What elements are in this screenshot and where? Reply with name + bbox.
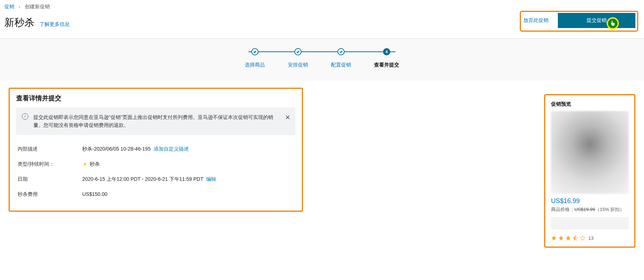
page-title: 新秒杀 [4,16,34,29]
abandon-button[interactable]: 放弃此促销 [521,14,551,27]
lightning-icon: ⚡ [82,162,88,167]
step-label: 查看并提交 [374,62,399,68]
top-actions: 放弃此促销 提交促销 [521,13,635,28]
product-image [551,111,629,194]
breadcrumb-root[interactable]: 促销 [4,4,14,10]
label: 秒杀费用 [18,191,82,198]
row-internal-desc: 内部描述 秒杀-2020/06/05 10-28-46-195添加自定义描述 [16,142,295,157]
preview-heading: 促销预览 [551,101,629,107]
info-banner: i 提交此促销即表示您同意在亚马逊"促销"页面上推出促销时支付所列费用。亚马逊不… [16,107,295,135]
add-description-link[interactable]: 添加自定义描述 [154,146,189,152]
discount: （15% 折扣） [595,207,625,212]
edit-date-link[interactable]: 编辑 [206,176,216,182]
preview-panel: 促销预览 US$16.99 商品价格：US$19.99（15% 折扣） 13 [544,94,635,248]
row-date: 日期 2020-6-15 上午12:00 PDT - 2020-6-21 下午1… [16,172,295,187]
list-price-line: 商品价格：US$19.99（15% 折扣） [551,206,629,213]
deal-price: US$16.99 [551,197,629,205]
step-label: 选择商品 [245,62,265,68]
check-icon [294,48,302,55]
step-line [248,51,396,52]
step-label: 配置促销 [331,62,351,68]
check-icon [251,48,258,55]
label: 日期 [18,176,82,183]
step-select-products[interactable]: 选择商品 [245,48,265,68]
step-schedule[interactable]: 安排促销 [288,48,308,68]
list-price: US$19.99 [574,207,595,212]
breadcrumb-current: 创建新促销 [25,4,50,10]
check-icon [337,48,345,55]
row-fee: 秒杀费用 US$150.00 [16,187,295,202]
star-empty-icon [580,235,585,241]
banner-text: 提交此促销即表示您同意在亚马逊"促销"页面上推出促销时支付所列费用。亚马逊不保证… [33,114,273,128]
value: 2020-6-15 上午12:00 PDT - 2020-6-21 下午11:5… [82,176,203,182]
step-configure[interactable]: 配置促销 [331,48,351,68]
step-indicator: 选择商品 安排促销 配置促销 4 查看并提交 [0,38,644,81]
star-icon [558,235,564,241]
placeholder [551,217,629,229]
chevron-right-icon: › [19,4,20,10]
close-icon[interactable]: ✕ [285,113,290,123]
star-half-icon [573,235,578,241]
step-number-icon: 4 [383,48,390,55]
step-review[interactable]: 4 查看并提交 [374,48,399,68]
learn-more-link[interactable]: 了解更多信息 [39,21,70,28]
label: 类型/持续时间： [18,161,82,167]
review-count: 13 [588,235,593,241]
step-label: 安排促销 [288,62,308,68]
label: 内部描述 [18,146,82,152]
review-panel: 查看详情并提交 i 提交此促销即表示您同意在亚马逊"促销"页面上推出促销时支付所… [9,88,303,212]
review-heading: 查看详情并提交 [16,94,295,102]
rating: 13 [551,235,629,241]
value: US$150.00 [82,191,107,198]
value: 秒杀 [90,161,100,167]
star-icon [551,235,557,241]
row-type: 类型/持续时间： ⚡秒杀 [16,157,295,172]
value: 秒杀-2020/06/05 10-28-46-195 [82,146,151,152]
breadcrumb: 促销 › 创建新促销 [0,0,644,14]
info-icon: i [22,113,28,120]
submit-button[interactable]: 提交促销 [558,13,635,28]
label: 商品价格： [551,207,574,212]
star-icon [565,235,571,241]
